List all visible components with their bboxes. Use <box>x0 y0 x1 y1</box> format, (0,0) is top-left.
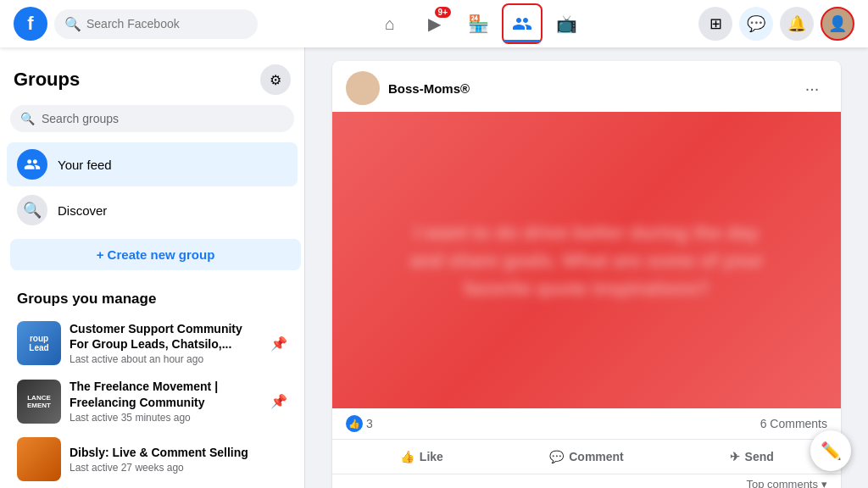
pin-icon: 📌 <box>270 393 287 409</box>
group-name: The Freelance Movement | Freelancing Com… <box>70 379 262 409</box>
menu-button[interactable]: ⊞ <box>698 7 732 41</box>
group-info: The Freelance Movement | Freelancing Com… <box>70 379 262 423</box>
discover-icon: 🔍 <box>17 195 47 225</box>
search-input[interactable] <box>86 17 248 30</box>
send-button[interactable]: ✈ Send <box>669 443 834 470</box>
messenger-button[interactable]: 💬 <box>739 7 773 41</box>
like-button[interactable]: 👍 Like <box>339 443 504 470</box>
reactions-left: 👍 3 <box>346 415 373 432</box>
comment-button[interactable]: 💬 Comment <box>504 443 670 470</box>
group-thumbnail: LANCEEMENT <box>17 380 61 424</box>
like-reaction-icon: 👍 <box>346 415 363 432</box>
search-icon: 🔍 <box>64 16 81 32</box>
reaction-count: 3 <box>366 417 373 430</box>
search-groups-label: Search groups <box>42 112 119 125</box>
group-last-active: Last active 35 minutes ago <box>70 412 262 424</box>
your-feed-icon <box>17 149 47 180</box>
nav-groups-button[interactable] <box>502 3 542 44</box>
groups-you-manage-title: Groups you manage <box>7 284 298 314</box>
facebook-logo[interactable]: f <box>14 7 47 41</box>
groups-sidebar: Groups ⚙ 🔍 Search groups Your feed 🔍 Dis… <box>0 47 305 488</box>
create-group-button[interactable]: + Create new group <box>10 239 301 270</box>
group-last-active: Last active about an hour ago <box>70 353 262 365</box>
groups-settings-button[interactable]: ⚙ <box>260 64 291 95</box>
sidebar-title: Groups <box>14 69 80 91</box>
main-content: Boss-Moms® ··· I want to do drive better… <box>305 47 868 488</box>
group-info: Dibsly: Live & Comment Selling Last acti… <box>70 445 287 474</box>
nav-gaming-button[interactable]: 📺 <box>546 3 587 44</box>
list-item[interactable]: LANCEEMENT The Freelance Movement | Free… <box>7 372 298 430</box>
list-item[interactable]: Dibsly: Live & Comment Selling Last acti… <box>7 430 298 488</box>
post-image-blur-overlay: I want to do drive better during the day… <box>332 112 841 408</box>
sidebar-header: Groups ⚙ <box>7 61 298 105</box>
sidebar-item-your-feed[interactable]: Your feed <box>7 142 298 186</box>
search-groups-box[interactable]: 🔍 Search groups <box>10 105 294 132</box>
top-comments-row: Top comments ▾ <box>332 474 841 488</box>
comments-count: 6 Comments <box>760 417 827 430</box>
main-layout: Groups ⚙ 🔍 Search groups Your feed 🔍 Dis… <box>0 0 868 488</box>
like-label: Like <box>420 450 443 463</box>
nav-left: f 🔍 <box>14 7 258 41</box>
search-groups-icon: 🔍 <box>20 112 35 125</box>
post-options-button[interactable]: ··· <box>797 73 827 103</box>
group-last-active: Last active 27 weeks ago <box>70 462 287 474</box>
floating-edit-button[interactable]: ✏️ <box>810 430 851 471</box>
post-author-name: Boss-Moms® <box>388 81 470 96</box>
post-author: Boss-Moms® <box>346 71 470 105</box>
nav-home-button[interactable]: ⌂ <box>370 3 410 44</box>
chevron-down-icon: ▾ <box>821 478 827 488</box>
nav-center-icons: ⌂ ▶ 9+ 🏪 📺 <box>370 3 587 44</box>
profile-avatar[interactable]: 👤 <box>821 7 854 41</box>
post-reactions-bar: 👍 3 6 Comments <box>332 408 841 440</box>
video-badge: 9+ <box>435 7 451 18</box>
send-label: Send <box>745 450 774 463</box>
group-info: Customer Support Community For Group Lea… <box>70 321 262 365</box>
global-search-box[interactable]: 🔍 <box>54 9 258 39</box>
post-header: Boss-Moms® ··· <box>332 61 841 112</box>
send-icon: ✈ <box>730 450 740 463</box>
post-actions-bar: 👍 Like 💬 Comment ✈ Send <box>332 440 841 474</box>
post-image: I want to do drive better during the day… <box>332 112 841 408</box>
like-icon: 👍 <box>400 450 415 463</box>
group-thumbnail: roupLead <box>17 321 61 365</box>
group-thumbnail <box>17 437 61 481</box>
nav-video-button[interactable]: ▶ 9+ <box>414 3 454 44</box>
top-comments-button[interactable]: Top comments ▾ <box>746 478 827 488</box>
pin-icon: 📌 <box>270 336 287 352</box>
post-blurred-text: I want to do drive better during the day… <box>383 205 790 316</box>
list-item[interactable]: roupLead Customer Support Community For … <box>7 314 298 372</box>
top-comments-label: Top comments <box>746 478 818 488</box>
sidebar-item-discover[interactable]: 🔍 Discover <box>7 188 298 232</box>
nav-marketplace-button[interactable]: 🏪 <box>458 3 498 44</box>
feed-container: Boss-Moms® ··· I want to do drive better… <box>332 61 841 488</box>
comment-label: Comment <box>569 450 624 463</box>
comment-icon: 💬 <box>549 450 564 463</box>
post-author-avatar[interactable] <box>346 71 380 105</box>
group-name: Customer Support Community For Group Lea… <box>70 321 262 352</box>
post-card: Boss-Moms® ··· I want to do drive better… <box>332 61 841 488</box>
discover-label: Discover <box>58 203 107 218</box>
notifications-button[interactable]: 🔔 <box>780 7 814 41</box>
logo-letter: f <box>27 13 33 35</box>
top-navigation: f 🔍 ⌂ ▶ 9+ 🏪 📺 ⊞ 💬 🔔 👤 <box>0 0 868 47</box>
group-name: Dibsly: Live & Comment Selling <box>70 445 287 460</box>
nav-right-icons: ⊞ 💬 🔔 👤 <box>698 7 854 41</box>
create-group-label: + Create new group <box>97 247 215 262</box>
your-feed-label: Your feed <box>58 158 112 172</box>
